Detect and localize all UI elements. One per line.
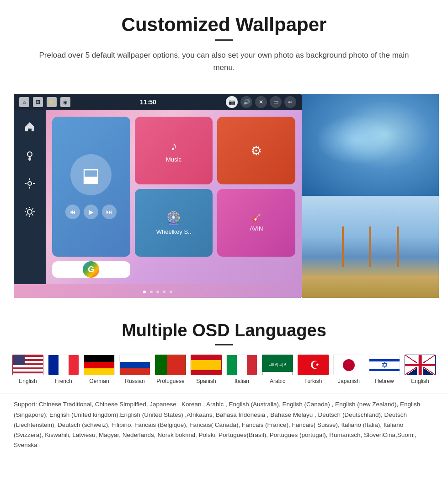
image-icon: 🖼 — [33, 97, 43, 107]
wallpaper-thumb-2[interactable] — [302, 196, 439, 298]
languages-section: Multiple OSD Languages English French Ge… — [0, 312, 448, 389]
close-icon: ✕ — [255, 96, 267, 108]
bluetooth-controls: ⏮ ▶ ⏭ — [65, 205, 117, 219]
lang-underline — [215, 344, 233, 345]
wheel-icon: 🎡 — [165, 210, 181, 226]
flag-france — [48, 355, 79, 375]
wallpaper-thumb-1[interactable] — [302, 94, 439, 196]
dot-1 — [143, 291, 146, 293]
home-sidebar-icon[interactable] — [22, 119, 37, 134]
flag-item-arabic: لا إله إلا الله Arabic — [260, 355, 295, 384]
camera-btn[interactable]: 📷 — [226, 96, 238, 108]
flag-label-uk-english: English — [411, 378, 429, 384]
next-btn[interactable]: ⏭ — [102, 205, 117, 219]
arabic-text: لا إله إلا الله — [269, 363, 286, 367]
car-ui-mockup: ⌂ 🖼 ⚡ ◉ 11:50 📷 🔊 ✕ ▭ ↩ — [14, 94, 302, 298]
wallpaper-thumbnails — [302, 94, 439, 298]
avin-icon: 🎸 — [252, 214, 261, 222]
bluetooth-icon-container: ⬓ — [70, 154, 112, 195]
support-text: Support: Chinese Traditional, Chinese Si… — [0, 393, 448, 459]
bluetooth-small-icon: ◉ — [60, 97, 70, 107]
flag-item-hebrew: ✡ Hebrew — [367, 355, 402, 384]
title-underline — [215, 39, 233, 41]
location-icon[interactable] — [22, 148, 37, 162]
flag-item-japanese: Japanish — [331, 355, 367, 384]
eq-icon: ⚙ — [251, 143, 262, 158]
flag-label-russian: Russian — [125, 378, 144, 384]
flag-label-english: English — [19, 378, 37, 384]
bluetooth-tile[interactable]: ⬓ ⏮ ▶ ⏭ — [52, 117, 130, 257]
wheelkey-tile[interactable]: 🎡 Wheelkey S.. — [135, 189, 213, 257]
flag-label-french: French — [55, 378, 72, 384]
wallpaper-demo: ⌂ 🖼 ⚡ ◉ 11:50 📷 🔊 ✕ ▭ ↩ — [14, 94, 434, 298]
home-icon: ⌂ — [19, 97, 29, 107]
flag-item-uk-english: English — [402, 355, 438, 384]
uk-cross-v-red — [419, 355, 422, 375]
flag-item-spanish: Spanish — [188, 355, 224, 384]
settings-tile[interactable]: ⚙ — [217, 117, 295, 184]
dot-3 — [156, 291, 159, 293]
flag-uk — [405, 355, 436, 375]
flag-item-russian: Russian — [117, 355, 153, 384]
volume-icon: 🔊 — [240, 96, 252, 108]
back-icon: ↩ — [284, 96, 296, 108]
flags-row: English French German Russian Protuguese — [18, 355, 430, 384]
germany-mid-stripe — [84, 362, 114, 368]
flag-japan — [333, 355, 364, 375]
svg-point-6 — [27, 210, 32, 214]
music-icon: ♪ — [171, 139, 177, 153]
dot-2 — [150, 291, 153, 293]
status-left-icons: ⌂ 🖼 ⚡ ◉ — [19, 97, 70, 107]
flag-label-arabic: Arabic — [270, 378, 285, 384]
maps-tile[interactable]: G — [52, 261, 130, 278]
flag-russia — [119, 355, 150, 375]
music-label: Music — [166, 156, 181, 163]
flag-usa — [12, 355, 43, 375]
music-tile[interactable]: ♪ Music — [135, 117, 213, 184]
flag-item-turkish: Turkish — [295, 355, 331, 384]
status-right-icons: 📷 🔊 ✕ ▭ ↩ — [226, 96, 296, 108]
flag-label-turkish: Turkish — [304, 378, 322, 384]
status-bar: ⌂ 🖼 ⚡ ◉ 11:50 📷 🔊 ✕ ▭ ↩ — [14, 94, 302, 110]
flag-item-italian: Italian — [224, 355, 260, 384]
play-btn[interactable]: ▶ — [84, 205, 98, 219]
flag-portugal — [155, 355, 186, 375]
page-title: Customized Wallpaper — [27, 14, 421, 36]
flag-turkey — [298, 355, 329, 375]
dot-5 — [170, 291, 172, 293]
page-subtitle: Preload over 5 default wallpaper options… — [37, 49, 411, 74]
wheelkey-label: Wheelkey S.. — [156, 228, 192, 235]
golden-gate-wallpaper — [302, 196, 439, 298]
page-dots — [14, 284, 302, 298]
cast-icon: ▭ — [270, 96, 282, 108]
flag-israel: ✡ — [369, 355, 400, 375]
flag-arabic: لا إله إلا الله — [262, 355, 293, 375]
avin-label: AVIN — [250, 225, 263, 232]
bluetooth-symbol: ⬓ — [82, 164, 100, 186]
flag-label-japanese: Japanish — [338, 378, 360, 384]
star-of-david: ✡ — [381, 361, 388, 369]
flag-label-spanish: Spanish — [196, 378, 216, 384]
clock-display: 11:50 — [140, 98, 156, 106]
app-grid: ⬓ ⏮ ▶ ⏭ ♪ Music ⚙ — [46, 110, 302, 284]
languages-title: Multiple OSD Languages — [14, 321, 434, 340]
car-main-content: ⬓ ⏮ ▶ ⏭ ♪ Music ⚙ — [14, 110, 302, 284]
avin-tile[interactable]: 🎸 AVIN — [217, 189, 295, 257]
google-maps-icon: G — [83, 261, 99, 278]
settings-sidebar-icon[interactable] — [22, 176, 37, 191]
flag-label-italian: Italian — [235, 378, 249, 384]
svg-point-1 — [28, 182, 32, 185]
flag-spain — [191, 355, 222, 375]
gear-icon[interactable] — [22, 205, 37, 219]
flag-germany — [84, 355, 115, 375]
car-sidebar — [14, 110, 46, 284]
flag-italy — [226, 355, 257, 375]
usb-icon: ⚡ — [47, 97, 57, 107]
header-section: Customized Wallpaper Preload over 5 defa… — [0, 0, 448, 83]
flag-item-german: German — [81, 355, 117, 384]
svg-point-0 — [27, 152, 32, 156]
flag-label-portuguese: Protuguese — [156, 378, 184, 384]
ice-cave-wallpaper — [302, 94, 439, 196]
flag-label-german: German — [89, 378, 109, 384]
prev-btn[interactable]: ⏮ — [65, 205, 80, 219]
